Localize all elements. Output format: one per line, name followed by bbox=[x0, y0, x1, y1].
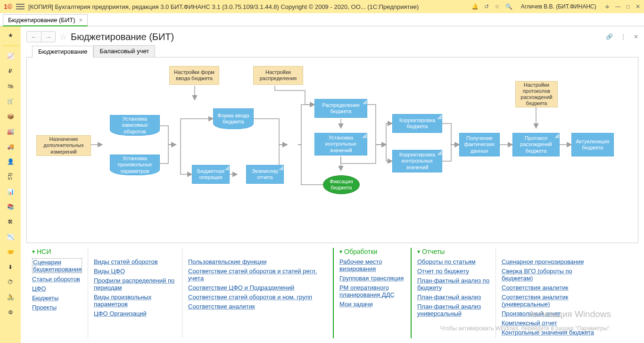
link-match-analytics[interactable]: Соответствие аналитик bbox=[188, 303, 327, 310]
link-planfact-budget[interactable]: План-фактный анализ по бюджету bbox=[417, 277, 490, 291]
node-get-fact[interactable]: Получение фактических данных bbox=[459, 133, 500, 156]
left-rail: ★ 📈 ₽ 🛍 🛒 📦 🏭 🚚 👤 ДтКт 📊 📚 🛠 📉 🤝 ⬇ ⏱ 🚴 ⚙ bbox=[0, 26, 21, 343]
node-form-settings[interactable]: Настройки форм ввода бюджета bbox=[169, 66, 219, 85]
link-user-func[interactable]: Пользовательские функции bbox=[188, 258, 327, 265]
node-dist-settings[interactable]: Настройки распределения bbox=[253, 66, 303, 85]
nav-forward-button[interactable]: → bbox=[41, 32, 55, 42]
link-kinds-turnover[interactable]: Виды статей оборотов bbox=[94, 258, 176, 265]
link-vgo[interactable]: Сверка ВГО (обороты по бюджетам) bbox=[502, 268, 598, 282]
tab-label: Бюджетирование (БИТ) bbox=[8, 16, 75, 24]
link-scenario-forecast[interactable]: Сценарное прогнозирование bbox=[502, 258, 598, 265]
close-page-icon[interactable]: ✕ bbox=[634, 33, 638, 40]
rail-bars-icon[interactable]: 📊 bbox=[5, 187, 16, 197]
link-match-cfo-dep[interactable]: Соответствие ЦФО и Подразделений bbox=[188, 284, 327, 291]
close-icon[interactable]: ✕ bbox=[636, 3, 640, 10]
subtab-balance[interactable]: Балансовый учет bbox=[93, 45, 155, 57]
link-complex-report[interactable]: Комплексный отчет bbox=[502, 319, 598, 327]
menu-icon[interactable] bbox=[16, 2, 25, 11]
node-adj-ctrl[interactable]: Корректировка контрольных значений bbox=[392, 150, 442, 172]
link-rm-dds[interactable]: РМ оперативного планирования ДДС bbox=[339, 284, 405, 298]
node-dep-turnover[interactable]: Установка зависимых оборотов bbox=[110, 115, 160, 136]
link-budget-report[interactable]: Отчет по бюджету bbox=[417, 268, 490, 275]
nav-back-button[interactable]: ← bbox=[27, 32, 41, 42]
link-projects[interactable]: Проекты bbox=[32, 304, 82, 311]
link-planfact-uni[interactable]: План-фактный анализ универсальный bbox=[417, 303, 490, 317]
link-custom-report[interactable]: Произвольный отчет bbox=[502, 310, 598, 317]
star-icon[interactable]: ☆ bbox=[495, 3, 500, 10]
link-my-tasks[interactable]: Мои задачи bbox=[339, 301, 405, 308]
link-budgets[interactable]: Бюджеты bbox=[32, 294, 82, 302]
rail-person-icon[interactable]: 👤 bbox=[5, 156, 16, 167]
sub-tabs: Бюджетирование Балансовый учет bbox=[26, 45, 638, 57]
node-fixation[interactable]: Фиксация бюджета bbox=[323, 175, 360, 194]
rail-ruble-icon[interactable]: ₽ bbox=[5, 66, 16, 76]
rail-hand-icon[interactable]: 🤝 bbox=[5, 247, 16, 257]
minimize-icon[interactable]: — bbox=[615, 3, 621, 10]
open-tabs: Бюджетирование (БИТ) × bbox=[0, 13, 644, 26]
link-icon[interactable]: 🔗 bbox=[606, 33, 613, 40]
link-cfo[interactable]: ЦФО bbox=[32, 285, 82, 292]
favorite-icon[interactable]: ☆ bbox=[59, 32, 67, 42]
rail-production-icon[interactable]: 🏭 bbox=[5, 126, 16, 137]
link-kinds-cfo[interactable]: Виды ЦФО bbox=[94, 268, 176, 275]
tab-budgeting[interactable]: Бюджетирование (БИТ) × bbox=[3, 14, 88, 26]
node-ctrl-values[interactable]: Установка контрольных значений bbox=[314, 133, 367, 155]
chevron-down-icon[interactable]: ▾ bbox=[32, 248, 35, 255]
rail-link-icon[interactable]: 🚴 bbox=[5, 292, 16, 302]
node-assign-dims[interactable]: Назначение дополнительных измерений bbox=[36, 135, 91, 156]
more-icon[interactable]: ⋮ bbox=[620, 33, 626, 40]
link-ctrl-values[interactable]: Контрольные значения бюджета bbox=[502, 329, 598, 336]
rail-star-icon[interactable]: ★ bbox=[5, 30, 16, 41]
link-match-turnover-acc[interactable]: Соответствие статей оборотов и статей ре… bbox=[188, 268, 327, 282]
rail-settings-icon[interactable]: ⚙ bbox=[5, 307, 16, 318]
rail-books-icon[interactable]: 📚 bbox=[5, 202, 16, 212]
filter-icon[interactable]: ≑ bbox=[605, 3, 610, 10]
nav-arrows: ← → bbox=[26, 31, 56, 42]
logo-1c: 1© bbox=[4, 3, 12, 10]
app-title: [КОПИЯ] Бухгалтерия предприятия, редакци… bbox=[28, 3, 468, 10]
node-arb-params[interactable]: Установка произвольных параметров bbox=[110, 155, 160, 175]
node-actualize[interactable]: Актуализация бюджета bbox=[571, 133, 614, 156]
node-budget-dist[interactable]: Распределение бюджета bbox=[314, 99, 367, 118]
rail-gauge-icon[interactable]: ⏱ bbox=[5, 277, 16, 287]
content-area: ← → ☆ Бюджетирование (БИТ) 🔗 ⋮ ✕ Бюджети… bbox=[21, 26, 644, 343]
node-proto-settings[interactable]: Настройки протоколов расхождений бюджета bbox=[515, 81, 558, 107]
node-budget-op[interactable]: Бюджетная операция bbox=[192, 165, 230, 184]
link-match-analytics2[interactable]: Соответствия аналитик bbox=[502, 284, 598, 291]
chevron-down-icon[interactable]: ▾ bbox=[417, 248, 420, 255]
link-turnover-items[interactable]: Статьи оборотов bbox=[32, 276, 82, 283]
link-planfact[interactable]: План-фактный анализ bbox=[417, 294, 490, 301]
search-icon[interactable]: 🔍 bbox=[505, 3, 512, 10]
rail-chart-icon[interactable]: 📈 bbox=[5, 51, 16, 61]
tab-close-icon[interactable]: × bbox=[79, 16, 83, 24]
link-kinds-params[interactable]: Виды произвольных параметров bbox=[94, 294, 176, 308]
link-turnover-by-items[interactable]: Обороты по статьям bbox=[417, 258, 490, 265]
link-profiles[interactable]: Профили распределений по периодам bbox=[94, 277, 176, 291]
node-protocol[interactable]: Протокол расхождений бюджета bbox=[512, 133, 560, 156]
link-group-broadcast[interactable]: Групповая трансляция bbox=[339, 275, 405, 282]
rail-download-icon[interactable]: ⬇ bbox=[5, 262, 16, 272]
link-scenarios[interactable]: Сценарии бюджетирования bbox=[32, 258, 82, 273]
link-cfo-org[interactable]: ЦФО Организаций bbox=[94, 310, 176, 317]
link-match-analytics-uni[interactable]: Соответствия аналитик (универсальные) bbox=[502, 294, 598, 308]
subtab-budgeting[interactable]: Бюджетирование bbox=[32, 46, 93, 57]
maximize-icon[interactable]: □ bbox=[627, 3, 630, 10]
rail-truck-icon[interactable]: 🚚 bbox=[5, 141, 16, 152]
chevron-down-icon[interactable]: ▾ bbox=[339, 248, 342, 255]
user-label[interactable]: Агличев В.В. (БИТ.ФИНАНС) bbox=[521, 3, 596, 10]
history-icon[interactable]: ↺ bbox=[484, 3, 489, 10]
rail-warehouse-icon[interactable]: 📦 bbox=[5, 111, 16, 122]
rail-tools-icon[interactable]: 🛠 bbox=[5, 217, 16, 227]
rail-growth-icon[interactable]: 📉 bbox=[5, 232, 16, 242]
title-bar: 1© [КОПИЯ] Бухгалтерия предприятия, реда… bbox=[0, 0, 644, 13]
node-report-inst[interactable]: Экземпляр отчета bbox=[246, 165, 284, 184]
rail-dtkt-icon[interactable]: ДтКт bbox=[5, 172, 16, 182]
diagram-area: Назначение дополнительных измерений Уста… bbox=[26, 57, 638, 243]
link-vising-wp[interactable]: Рабочее место визирования bbox=[339, 258, 405, 272]
node-adj-budget[interactable]: Корректировка бюджета bbox=[392, 114, 442, 133]
node-input-form[interactable]: Форма ввода бюджета bbox=[213, 108, 254, 129]
rail-bag-icon[interactable]: 🛍 bbox=[5, 81, 16, 91]
link-match-turnover-nom[interactable]: Соответствие статей оборотов и ном. груп… bbox=[188, 294, 327, 301]
rail-cart-icon[interactable]: 🛒 bbox=[5, 96, 16, 106]
bell-icon[interactable]: 🔔 bbox=[471, 3, 479, 10]
